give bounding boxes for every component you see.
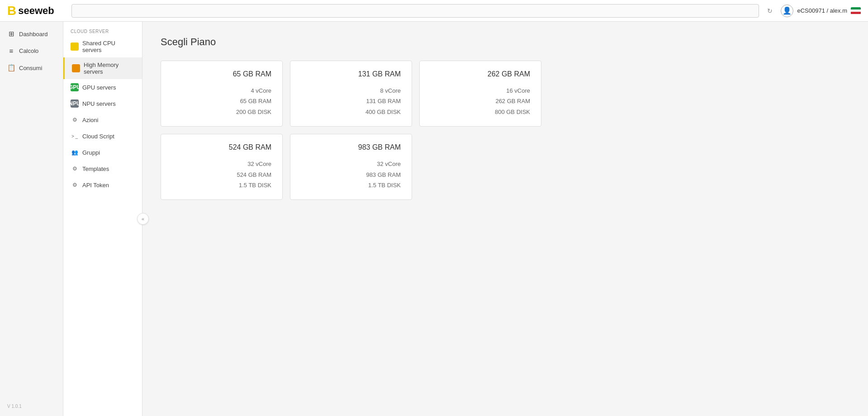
card-ram-983: 983 GB RAM	[301, 170, 401, 180]
templates-icon: ⚙	[71, 165, 79, 173]
server-card-131gb[interactable]: 131 GB RAM 8 vCore 131 GB RAM 400 GB DIS…	[290, 61, 412, 127]
card-disk-262: 800 GB DISK	[431, 107, 530, 117]
sidebar-section-label: CLOUD SERVER	[63, 25, 142, 36]
language-flag[interactable]	[851, 7, 861, 14]
sidebar-item-gpu[interactable]: GPU GPU servers	[63, 79, 142, 95]
consumi-icon: 📋	[7, 64, 15, 72]
user-avatar-icon[interactable]: 👤	[781, 5, 793, 17]
gruppi-icon: 👥	[71, 148, 79, 156]
nav-label-dashboard: Dashboard	[19, 31, 48, 38]
cloud-script-icon: > _	[71, 132, 79, 140]
sidebar-item-npu[interactable]: NPU NPU servers	[63, 95, 142, 112]
card-spec-262: 16 vCore 262 GB RAM 800 GB DISK	[431, 85, 530, 117]
card-title-65: 65 GB RAM	[172, 70, 271, 78]
card-title-983: 983 GB RAM	[301, 143, 401, 151]
search-input[interactable]	[71, 4, 759, 18]
logo-text: seeweb	[18, 5, 54, 17]
nav-item-dashboard[interactable]: ⊞ Dashboard	[0, 25, 63, 43]
card-ram-262: 262 GB RAM	[431, 96, 530, 106]
card-vcores-262: 16 vCore	[431, 85, 530, 96]
sidebar-collapse-area: CLOUD SERVER Shared CPU servers High Mem…	[63, 22, 142, 416]
collapse-sidebar-button[interactable]: «	[137, 213, 149, 225]
server-cards-grid: 65 GB RAM 4 vCore 65 GB RAM 200 GB DISK …	[161, 61, 850, 200]
server-card-983gb[interactable]: 983 GB RAM 32 vCore 983 GB RAM 1.5 TB DI…	[290, 134, 412, 200]
azioni-icon: ⚙	[71, 116, 79, 124]
sidebar-label-shared-cpu: Shared CPU servers	[82, 40, 135, 53]
refresh-icon[interactable]: ↻	[764, 5, 775, 16]
card-spec-65: 4 vCore 65 GB RAM 200 GB DISK	[172, 85, 271, 117]
sidebar-label-cloud-script: Cloud Script	[82, 133, 114, 140]
server-card-262gb[interactable]: 262 GB RAM 16 vCore 262 GB RAM 800 GB DI…	[419, 61, 541, 127]
sidebar-label-api-token: API Token	[82, 182, 109, 189]
card-ram-524: 524 GB RAM	[172, 170, 271, 180]
left-nav: ⊞ Dashboard ≡ Calcolo 📋 Consumi V 1.0.1	[0, 22, 63, 416]
nav-item-consumi[interactable]: 📋 Consumi	[0, 59, 63, 76]
card-ram-131: 131 GB RAM	[301, 96, 401, 106]
sidebar-item-api-token[interactable]: ⚙ API Token	[63, 177, 142, 193]
server-card-65gb[interactable]: 65 GB RAM 4 vCore 65 GB RAM 200 GB DISK	[161, 61, 283, 127]
card-title-262: 262 GB RAM	[431, 70, 530, 78]
sidebar-label-gpu: GPU servers	[82, 84, 116, 91]
sidebar-item-templates[interactable]: ⚙ Templates	[63, 161, 142, 177]
card-spec-131: 8 vCore 131 GB RAM 400 GB DISK	[301, 85, 401, 117]
high-memory-icon	[72, 64, 80, 72]
card-disk-131: 400 GB DISK	[301, 107, 401, 117]
sidebar-label-high-memory: High Memory servers	[84, 61, 135, 75]
gpu-icon: GPU	[71, 83, 79, 91]
card-vcores-983: 32 vCore	[301, 159, 401, 169]
card-disk-524: 1.5 TB DISK	[172, 180, 271, 190]
card-spec-983: 32 vCore 983 GB RAM 1.5 TB DISK	[301, 159, 401, 190]
calcolo-icon: ≡	[7, 47, 15, 55]
nav-label-calcolo: Calcolo	[19, 47, 38, 54]
card-vcores-131: 8 vCore	[301, 85, 401, 96]
sidebar-item-azioni[interactable]: ⚙ Azioni	[63, 112, 142, 128]
card-ram-65: 65 GB RAM	[172, 96, 271, 106]
main-layout: ⊞ Dashboard ≡ Calcolo 📋 Consumi V 1.0.1 …	[0, 22, 868, 416]
card-spec-524: 32 vCore 524 GB RAM 1.5 TB DISK	[172, 159, 271, 190]
nav-item-calcolo[interactable]: ≡ Calcolo	[0, 43, 63, 59]
user-section: 👤 eCS00971 / alex.m	[781, 5, 861, 17]
logo[interactable]: B seeweb	[7, 4, 66, 18]
server-card-524gb[interactable]: 524 GB RAM 32 vCore 524 GB RAM 1.5 TB DI…	[161, 134, 283, 200]
nav-label-consumi: Consumi	[19, 65, 42, 71]
sidebar-label-npu: NPU servers	[82, 100, 116, 107]
version-label: V 1.0.1	[0, 400, 63, 412]
api-token-icon: ⚙	[71, 181, 79, 189]
sidebar-label-gruppi: Gruppi	[82, 149, 100, 156]
sidebar-label-templates: Templates	[82, 165, 109, 172]
card-title-131: 131 GB RAM	[301, 70, 401, 78]
sidebar: CLOUD SERVER Shared CPU servers High Mem…	[63, 22, 142, 416]
card-vcores-65: 4 vCore	[172, 85, 271, 96]
page-title: Scegli Piano	[161, 36, 850, 48]
content-area: Scegli Piano 65 GB RAM 4 vCore 65 GB RAM…	[142, 22, 868, 416]
topbar: B seeweb ↻ 👤 eCS00971 / alex.m	[0, 0, 868, 22]
card-vcores-524: 32 vCore	[172, 159, 271, 169]
card-title-524: 524 GB RAM	[172, 143, 271, 151]
npu-icon: NPU	[71, 99, 79, 108]
sidebar-item-high-memory[interactable]: High Memory servers	[63, 57, 142, 79]
sidebar-item-gruppi[interactable]: 👥 Gruppi	[63, 144, 142, 161]
card-disk-65: 200 GB DISK	[172, 107, 271, 117]
card-disk-983: 1.5 TB DISK	[301, 180, 401, 190]
dashboard-icon: ⊞	[7, 30, 15, 38]
logo-b-letter: B	[7, 4, 16, 18]
sidebar-item-cloud-script[interactable]: > _ Cloud Script	[63, 128, 142, 144]
sidebar-label-azioni: Azioni	[82, 117, 98, 123]
sidebar-item-shared-cpu[interactable]: Shared CPU servers	[63, 36, 142, 57]
user-label: eCS00971 / alex.m	[797, 7, 847, 14]
shared-cpu-icon	[71, 43, 79, 51]
